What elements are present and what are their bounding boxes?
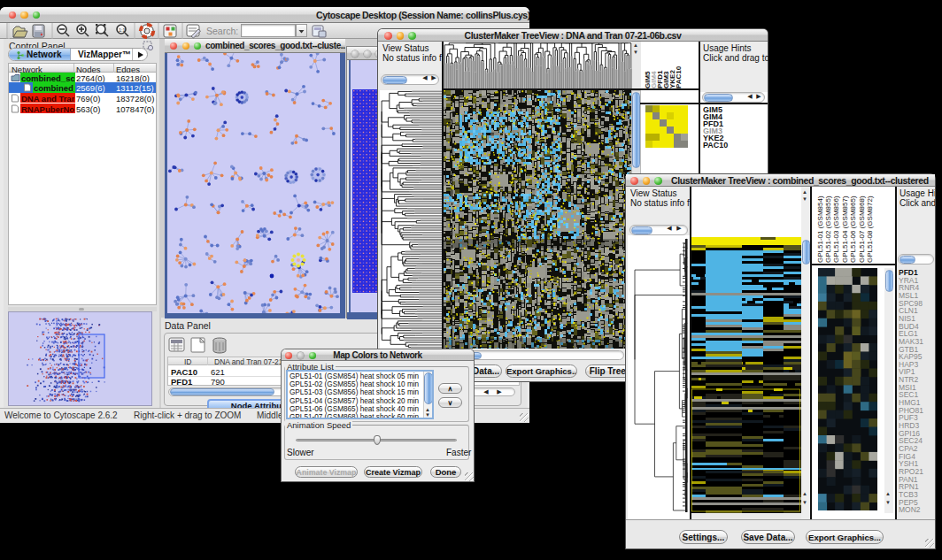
- svg-text:1:1: 1:1: [119, 27, 126, 33]
